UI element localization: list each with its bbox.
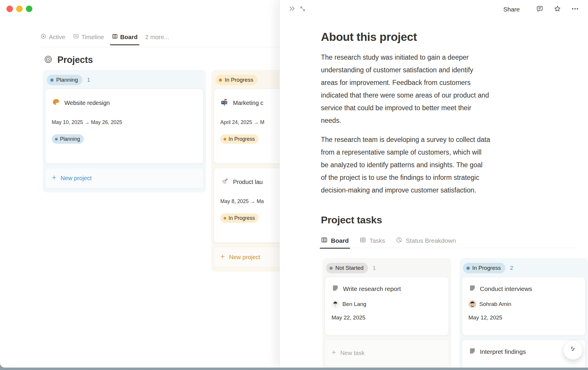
column-header: In Progress 2 xyxy=(459,258,588,277)
side-peek-panel: Share xyxy=(279,0,588,368)
plus-icon xyxy=(51,175,57,182)
tabs-divider xyxy=(40,47,279,47)
ellipsis-icon xyxy=(571,5,579,14)
column-planning: Planning 1 Website redesign May 10, 2025… xyxy=(43,70,206,192)
column-count: 1 xyxy=(373,265,376,271)
plus-icon xyxy=(331,349,337,357)
project-card-website-redesign[interactable]: Website redesign May 10, 2025 → May 26, … xyxy=(45,89,204,164)
table-icon xyxy=(359,237,366,245)
card-title: Interpret findings xyxy=(480,348,526,355)
card-status-tag: Planning xyxy=(52,134,84,144)
star-icon xyxy=(553,5,562,14)
card-due-date: May 22, 2025 xyxy=(332,314,442,321)
column-not-started: Not Started 1 Write research report xyxy=(322,258,451,368)
new-project-button[interactable]: New project xyxy=(45,168,204,188)
document-paragraph: The research study was initiated to gain… xyxy=(321,51,588,127)
fullscreen-button[interactable] xyxy=(26,6,32,12)
notion-window: Active Timeline Board 2 more... xyxy=(0,0,588,368)
status-dot xyxy=(329,267,333,270)
status-dot xyxy=(219,78,222,82)
status-pill-not-started[interactable]: Not Started xyxy=(326,263,368,273)
new-task-button[interactable]: New task xyxy=(325,340,449,366)
tab-status-breakdown[interactable]: Status Breakdown xyxy=(396,237,456,245)
column-count: 1 xyxy=(87,77,90,83)
column-header: Not Started 1 xyxy=(322,258,451,277)
card-status-tag: In Progress xyxy=(220,134,259,144)
desktop: Active Timeline Board 2 more... xyxy=(0,0,588,370)
rocket-icon xyxy=(220,177,229,187)
ai-face-icon xyxy=(568,345,578,356)
task-card-write-research-report[interactable]: Write research report Ben Lang May 22, 2… xyxy=(325,277,449,336)
card-title: Marketing c xyxy=(233,100,263,106)
card-title: Write research report xyxy=(343,285,401,292)
tab-tasks[interactable]: Tasks xyxy=(359,237,385,245)
status-pill-planning[interactable]: Planning xyxy=(47,75,82,85)
tab-board[interactable]: Board xyxy=(321,237,349,245)
close-peek-button[interactable] xyxy=(287,4,297,15)
timeline-icon xyxy=(73,33,79,41)
column-count: 2 xyxy=(510,265,513,271)
more-options-button[interactable] xyxy=(570,4,580,15)
card-due-date: May 12, 2025 xyxy=(469,314,579,321)
tab-label: Timeline xyxy=(81,34,104,41)
tab-label: 2 more... xyxy=(145,34,169,41)
status-dot xyxy=(467,267,470,270)
column-header: Planning 1 xyxy=(43,70,206,89)
plus-icon xyxy=(220,254,226,261)
expand-page-button[interactable] xyxy=(297,4,308,15)
bullseye-icon xyxy=(44,55,53,65)
board-columns-icon xyxy=(112,33,118,41)
page-title-row: Projects xyxy=(44,55,93,65)
tab-label: Active xyxy=(49,34,65,41)
view-tabs: Active Timeline Board 2 more... xyxy=(40,31,169,43)
tab-label: Board xyxy=(120,34,138,41)
tab-timeline-view[interactable]: Timeline xyxy=(73,33,104,41)
assignee-name: Sohrab Amin xyxy=(479,301,512,307)
double-chevron-right-icon xyxy=(288,5,296,14)
tasks-board: Not Started 1 Write research report xyxy=(322,258,588,368)
status-dot xyxy=(224,217,226,220)
comment-bubble-icon xyxy=(536,5,544,14)
share-button[interactable]: Share xyxy=(503,6,520,13)
tab-board-view[interactable]: Board xyxy=(112,33,138,41)
tab-active-view[interactable]: Active xyxy=(40,33,65,41)
document-heading: About this project xyxy=(321,31,588,43)
status-dot xyxy=(50,78,54,82)
page-title: Projects xyxy=(57,55,93,65)
star-circle-icon xyxy=(40,33,46,41)
status-pill-in-progress[interactable]: In Progress xyxy=(463,263,505,273)
tasks-section-heading: Project tasks xyxy=(321,214,588,226)
card-status-tag: In Progress xyxy=(220,213,259,223)
task-page-icon xyxy=(332,284,339,293)
card-title: Website redesign xyxy=(64,100,110,106)
close-button[interactable] xyxy=(6,6,13,12)
window-controls xyxy=(6,6,32,12)
comments-button[interactable] xyxy=(534,4,545,15)
peek-content: About this project The research study wa… xyxy=(321,19,588,368)
status-pill-in-progress[interactable]: In Progress xyxy=(215,75,258,85)
expand-diagonal-icon xyxy=(299,5,306,14)
status-dot xyxy=(224,138,226,140)
favorite-button[interactable] xyxy=(552,4,563,15)
avatar-sohrab-amin xyxy=(469,300,476,308)
card-date-range: May 10, 2025 → May 26, 2025 xyxy=(52,119,197,125)
pie-chart-icon xyxy=(396,237,402,245)
status-dot xyxy=(55,138,58,140)
assignee-name: Ben Lang xyxy=(342,301,366,307)
peek-toolbar: Share xyxy=(280,0,588,19)
tasks-view-tabs: Board Tasks Status Breakdown xyxy=(321,233,575,248)
tab-more-views[interactable]: 2 more... xyxy=(145,34,169,41)
avatar-ben-lang xyxy=(332,300,339,308)
palette-icon xyxy=(52,98,61,108)
task-card-conduct-interviews[interactable]: Conduct interviews Sohrab Amin May 12, 2… xyxy=(462,277,586,336)
card-title: Conduct interviews xyxy=(480,285,532,292)
document-paragraph: The research team is developing a survey… xyxy=(321,133,588,197)
task-page-icon xyxy=(469,347,476,356)
task-page-icon xyxy=(469,284,476,293)
notion-ai-button[interactable] xyxy=(563,340,583,360)
minimize-button[interactable] xyxy=(16,6,23,12)
board-columns-icon xyxy=(321,237,328,245)
mailbox-icon xyxy=(220,98,229,108)
card-title: Product lau xyxy=(233,179,263,185)
